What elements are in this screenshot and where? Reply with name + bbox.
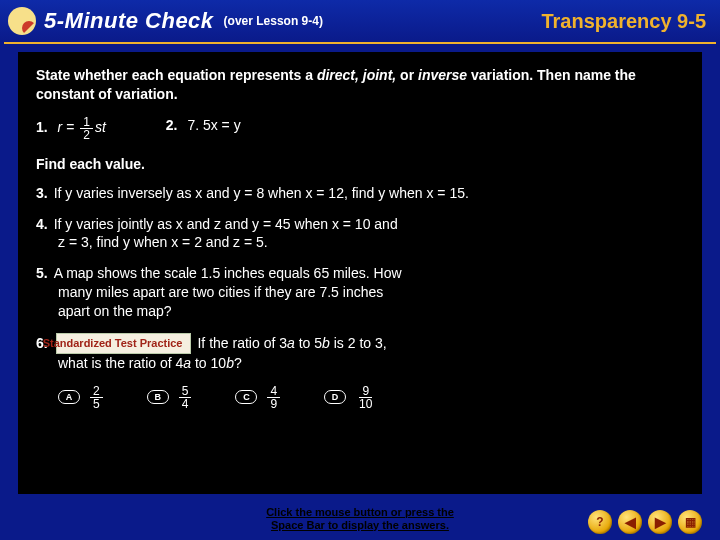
q6-l1b: a	[287, 335, 295, 351]
q6-l2d: b	[226, 355, 234, 371]
q3-num: 3.	[36, 185, 48, 201]
instructions: State whether each equation represents a…	[36, 66, 684, 104]
q2-num: 2.	[166, 117, 178, 133]
choice-d-oval: D	[324, 390, 346, 404]
choice-d-d: 10	[356, 398, 375, 410]
q1-num: 1.	[36, 119, 48, 135]
q3-body: If y varies inversely as x and y = 8 whe…	[54, 185, 469, 201]
choice-d-frac: 910	[356, 385, 375, 410]
hint-l1: Click the mouse button or press the	[266, 506, 454, 518]
answer-choices: A 25 B 54 C 49 D 910	[36, 385, 684, 410]
choice-c-oval: C	[235, 390, 257, 404]
q6-l2e: ?	[234, 355, 242, 371]
q1-frac: 12	[80, 116, 93, 141]
choice-b-frac: 54	[179, 385, 192, 410]
choice-c-n: 4	[267, 385, 280, 398]
q6-l1c: to 5	[295, 335, 322, 351]
lesson-ref: (over Lesson 9-4)	[224, 14, 323, 28]
app-title: 5-Minute Check	[44, 8, 214, 34]
q1-eq: =	[62, 119, 78, 135]
q6-l2b: a	[183, 355, 191, 371]
choice-b-d: 4	[179, 398, 192, 410]
nav-buttons: ? ◀ ▶ ▦	[588, 510, 702, 534]
question-6: 6.Standardized Test PracticeIf the ratio…	[36, 333, 684, 373]
footer-hint: Click the mouse button or press the Spac…	[266, 506, 454, 532]
q5-l3: apart on the map?	[58, 303, 172, 319]
choice-b[interactable]: B 54	[147, 385, 194, 410]
back-button[interactable]: ◀	[618, 510, 642, 534]
help-button[interactable]: ?	[588, 510, 612, 534]
q6-l1e: is 2 to 3,	[330, 335, 387, 351]
menu-button[interactable]: ▦	[678, 510, 702, 534]
q6-l1d: b	[322, 335, 330, 351]
q5-l1: A map shows the scale 1.5 inches equals …	[54, 265, 402, 281]
q4-l2: z = 3, find y when x = 2 and z = 5.	[58, 234, 268, 250]
q4-l1: If y varies jointly as x and z and y = 4…	[54, 216, 398, 232]
q2-body: 7. 5x = y	[187, 117, 240, 133]
q5-l2: many miles apart are two cities if they …	[58, 284, 383, 300]
row-q1-q2: 1. r = 12st 2. 7. 5x = y	[36, 116, 684, 141]
slide-content[interactable]: State whether each equation represents a…	[18, 52, 702, 494]
transparency-label: Transparency 9-5	[541, 10, 706, 33]
choice-a-oval: A	[58, 390, 80, 404]
forward-button[interactable]: ▶	[648, 510, 672, 534]
test-practice-badge: Standardized Test Practice	[56, 333, 192, 354]
clock-icon	[8, 7, 36, 35]
question-1: 1. r = 12st	[36, 116, 106, 141]
question-3: 3.If y varies inversely as x and y = 8 w…	[36, 184, 684, 203]
q6-l1a: If the ratio of 3	[197, 335, 287, 351]
choice-a-d: 5	[90, 398, 103, 410]
instr-or: or	[400, 67, 418, 83]
instr-a: State whether each equation represents a	[36, 67, 317, 83]
choice-a-n: 2	[90, 385, 103, 398]
instr-em1: direct, joint,	[317, 67, 400, 83]
choice-d[interactable]: D 910	[324, 385, 377, 410]
q1-st: st	[95, 119, 106, 135]
q6-l2c: to 10	[191, 355, 226, 371]
instr-em2: inverse	[418, 67, 467, 83]
question-4: 4.If y varies jointly as x and z and y =…	[36, 215, 684, 253]
q5-num: 5.	[36, 265, 48, 281]
q4-num: 4.	[36, 216, 48, 232]
q6-l2a: what is the ratio of 4	[58, 355, 183, 371]
hint-l2: Space Bar to display the answers.	[271, 519, 449, 531]
question-2: 2. 7. 5x = y	[166, 116, 241, 141]
choice-b-oval: B	[147, 390, 169, 404]
header-bar: 5-Minute Check (over Lesson 9-4) Transpa…	[0, 0, 720, 42]
choice-b-n: 5	[179, 385, 192, 398]
choice-a[interactable]: A 25	[58, 385, 105, 410]
choice-a-frac: 25	[90, 385, 103, 410]
section-2: Find each value.	[36, 155, 684, 174]
question-5: 5.A map shows the scale 1.5 inches equal…	[36, 264, 684, 321]
choice-c-d: 9	[267, 398, 280, 410]
choice-c-frac: 49	[267, 385, 280, 410]
header-rule	[4, 42, 716, 44]
q1-frac-n: 1	[80, 116, 93, 129]
choice-c[interactable]: C 49	[235, 385, 282, 410]
choice-d-n: 9	[359, 385, 372, 398]
q1-frac-d: 2	[80, 129, 93, 141]
